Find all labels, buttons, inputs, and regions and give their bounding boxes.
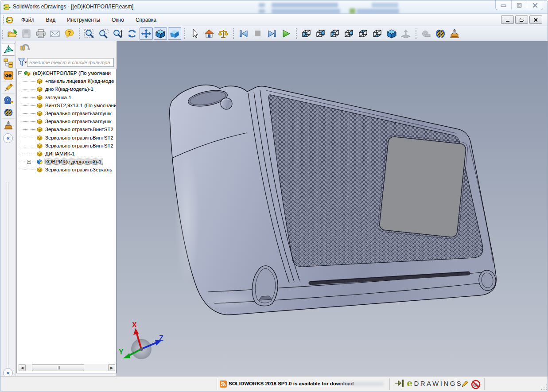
menu-view[interactable]: Вид	[40, 14, 62, 26]
model-tab[interactable]	[2, 43, 15, 56]
tree-row[interactable]: Зеркально отразитьВинтST2	[17, 134, 116, 142]
minimize-button[interactable]	[496, 0, 512, 10]
markup-tab[interactable]	[2, 82, 15, 94]
tree-row[interactable]: Зеркально отразитьзаглушк	[17, 117, 116, 125]
maximize-button[interactable]	[512, 0, 528, 10]
controller-model[interactable]: X Y Z	[117, 41, 548, 376]
toolbar-grip[interactable]	[2, 30, 4, 39]
triad-x-label: X	[132, 321, 137, 329]
tree-row[interactable]: ВинтST2,9x13-1 (По умолчани	[17, 101, 116, 109]
mdi-close-button[interactable]	[529, 16, 542, 24]
triad-z-label: Z	[159, 334, 163, 342]
view-perspective-button[interactable]	[399, 27, 412, 40]
pan-button[interactable]	[140, 27, 153, 40]
view-left-button[interactable]	[328, 27, 342, 40]
toolbar-separator	[233, 28, 234, 39]
stop-button[interactable]	[251, 27, 264, 40]
tree-item-label[interactable]: Зеркально отразитьзаглушк	[44, 111, 112, 116]
select-button[interactable]	[188, 27, 202, 40]
menu-window[interactable]: Окно	[106, 14, 130, 26]
scrollbar-track[interactable]	[26, 364, 108, 371]
zoom-inout-button[interactable]	[111, 27, 124, 40]
view-tab[interactable]	[2, 70, 15, 82]
print-button[interactable]	[34, 27, 47, 40]
tree-row-root[interactable]: − (eD)КОНТРОЛЛЕР (По умолчани	[17, 69, 116, 77]
tree-item-label[interactable]: Зеркально отразитьЗеркаль	[44, 167, 113, 172]
tree-item-label[interactable]: Зеркально отразитьзаглушк	[44, 119, 112, 124]
tree-item-label[interactable]: Зеркально отразитьВинтST2	[44, 143, 114, 148]
play-button[interactable]	[280, 27, 293, 40]
zoom-area-button[interactable]	[97, 27, 110, 40]
menubar-grip[interactable]	[3, 16, 4, 24]
tree-item-label[interactable]: ДИНАМИК-1	[44, 151, 76, 156]
open-button[interactable]	[6, 27, 19, 40]
filter-icon[interactable]	[18, 58, 27, 67]
view-front-button[interactable]	[300, 27, 313, 40]
section-button[interactable]	[434, 27, 447, 40]
blurred-overlay	[259, 9, 265, 13]
tree-item-label[interactable]: Зеркально отразитьВинтST2	[44, 127, 114, 132]
horizontal-scrollbar[interactable]: ◀ ▶	[19, 364, 115, 371]
tree-row[interactable]: Зеркально отразитьзаглушк	[17, 109, 116, 117]
view-isometric-button[interactable]	[385, 27, 398, 40]
view-top-button[interactable]	[357, 27, 370, 40]
help-button[interactable]: ?	[62, 27, 76, 40]
tree-row[interactable]: ДИНАМИК-1	[17, 150, 116, 158]
title-bar[interactable]: SolidWorks eDrawings - [(eD)КОНТРОЛЛЕР.e…	[0, 0, 548, 14]
tree-item-label[interactable]: Зеркально отразитьВинтST2	[44, 135, 114, 140]
reset-icon[interactable]	[20, 43, 31, 54]
view-back-button[interactable]	[314, 27, 327, 40]
measure-button[interactable]	[420, 27, 433, 40]
home-button[interactable]	[202, 27, 216, 40]
rotate-button[interactable]	[125, 27, 139, 40]
mass-properties-button[interactable]	[217, 27, 230, 40]
resize-grip[interactable]	[541, 384, 547, 390]
menu-tools[interactable]: Инструменты	[61, 14, 106, 26]
scroll-right-button[interactable]: ▶	[108, 364, 115, 371]
touch-panel[interactable]	[377, 134, 468, 240]
tree-row[interactable]: Зеркально отразитьВинтST2	[17, 142, 116, 150]
scroll-left-button[interactable]: ◀	[19, 364, 26, 371]
tree-item-label[interactable]: ВинтST2,9x13-1 (По умолчани	[44, 103, 117, 108]
save-button[interactable]	[20, 27, 33, 40]
tree-item-label[interactable]: +панель лицевая К(кад-моде	[44, 78, 115, 84]
shaded-button[interactable]	[168, 27, 181, 40]
zoom-fit-button[interactable]	[83, 27, 96, 40]
tree-item-label[interactable]: заглушка-1	[44, 95, 72, 100]
measure-tab[interactable]	[2, 94, 15, 106]
panel-splitter[interactable]	[7, 182, 8, 392]
tree-row[interactable]: +панель лицевая К(кад-моде	[17, 77, 116, 85]
tree-row-selected[interactable]: + КОВРИК(с дёргалкой)-1	[17, 158, 116, 166]
markup-pencil-icon[interactable]	[459, 380, 469, 389]
previous-button[interactable]	[237, 27, 250, 40]
expand-expander-icon[interactable]: +	[27, 160, 31, 164]
collapse-expander-icon[interactable]: −	[18, 71, 22, 75]
shaded-edges-button[interactable]	[154, 27, 167, 40]
feature-tree-tab[interactable]	[2, 57, 15, 69]
tree-row[interactable]: дно К(кад-модель)-1	[17, 85, 116, 93]
update-link[interactable]: SOLIDWORKS 2018 SP1.0 is available for d…	[229, 381, 354, 386]
next-button[interactable]	[265, 27, 279, 40]
view-right-button[interactable]	[342, 27, 356, 40]
send-button[interactable]	[48, 27, 62, 40]
menu-file[interactable]: Файл	[16, 14, 40, 26]
tree-item-label[interactable]: (eD)КОНТРОЛЛЕР (По умолчани	[32, 70, 112, 76]
stamp-button[interactable]	[448, 27, 461, 40]
3d-viewport[interactable]: X Y Z	[117, 41, 548, 376]
section-tab[interactable]	[2, 107, 15, 119]
menu-help[interactable]: Справка	[130, 14, 162, 26]
tree-item-label[interactable]: КОВРИК(с дёргалкой)-1	[44, 159, 102, 164]
collapse-panel-button-top[interactable]: «	[3, 133, 13, 143]
tree-row[interactable]: заглушка-1	[17, 93, 116, 101]
tree-row[interactable]: Зеркально отразитьЗеркаль	[17, 166, 116, 174]
filter-input[interactable]	[27, 58, 114, 67]
mdi-minimize-button[interactable]	[501, 16, 514, 24]
stamp-tab[interactable]	[2, 119, 15, 131]
view-bottom-button[interactable]	[371, 27, 384, 40]
mdi-restore-button[interactable]	[515, 16, 528, 24]
highlight	[203, 291, 257, 309]
tree-item-label[interactable]: дно К(кад-модель)-1	[44, 86, 94, 92]
scrollbar-thumb[interactable]	[32, 364, 84, 371]
close-button[interactable]	[527, 0, 543, 10]
tree-row[interactable]: Зеркально отразитьВинтST2	[17, 125, 116, 133]
